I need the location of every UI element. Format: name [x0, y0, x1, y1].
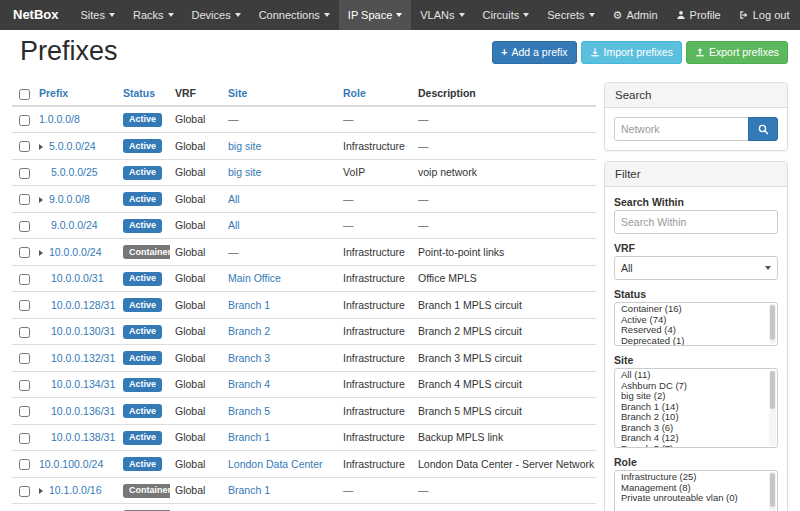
- prefix-link[interactable]: 10.1.0.0/16: [49, 484, 102, 496]
- column-header-role[interactable]: Role: [338, 82, 413, 106]
- site-link[interactable]: All: [228, 193, 240, 205]
- expand-arrow-icon[interactable]: [39, 197, 43, 203]
- listbox-option[interactable]: All (11): [615, 370, 767, 381]
- role-listbox[interactable]: Infrastructure (25)Management (8)Private…: [614, 470, 778, 511]
- row-checkbox[interactable]: [19, 327, 30, 338]
- chevron-down-icon: [396, 13, 402, 17]
- site-listbox[interactable]: All (11)Ashburn DC (7)big site (2)Branch…: [614, 368, 778, 448]
- row-checkbox[interactable]: [19, 168, 30, 179]
- site-scrollbar[interactable]: [769, 370, 776, 446]
- nav-item-secrets[interactable]: Secrets: [538, 0, 603, 30]
- nav-item-logout[interactable]: Log out: [730, 0, 799, 30]
- prefix-link[interactable]: 9.0.0.0/24: [51, 219, 98, 231]
- listbox-option[interactable]: Branch 5 (7): [615, 444, 767, 449]
- nav-item-racks[interactable]: Racks: [124, 0, 183, 30]
- prefix-row: 10.0.0.0/31ActiveGlobalMain OfficeInfras…: [12, 265, 596, 292]
- listbox-option[interactable]: Private unrouteable vlan (0): [615, 493, 767, 504]
- listbox-option[interactable]: big site (2): [615, 391, 767, 402]
- row-checkbox[interactable]: [19, 380, 30, 391]
- nav-item-connections[interactable]: Connections: [250, 0, 339, 30]
- site-link[interactable]: Branch 1: [228, 484, 270, 496]
- expand-arrow-icon[interactable]: [39, 488, 43, 494]
- column-header-site[interactable]: Site: [223, 82, 338, 106]
- prefix-link[interactable]: 10.0.0.132/31: [51, 352, 115, 364]
- listbox-option[interactable]: Active (74): [615, 315, 767, 326]
- row-checkbox[interactable]: [19, 274, 30, 285]
- nav-item-label: Circuits: [483, 0, 520, 30]
- prefix-link[interactable]: 10.0.0.136/31: [51, 405, 115, 417]
- column-header-status[interactable]: Status: [118, 82, 170, 106]
- site-link[interactable]: Branch 1: [228, 431, 270, 443]
- listbox-option[interactable]: Branch 2 (10): [615, 412, 767, 423]
- status-badge: Active: [123, 325, 162, 339]
- status-listbox[interactable]: Container (16)Active (74)Reserved (4)Dep…: [614, 302, 778, 346]
- prefix-link[interactable]: 1.0.0.0/8: [39, 113, 80, 125]
- status-scrollbar[interactable]: [769, 304, 776, 344]
- site-link[interactable]: Branch 2: [228, 325, 270, 337]
- listbox-option[interactable]: Ashburn DC (7): [615, 381, 767, 392]
- brand-logo[interactable]: NetBox: [0, 0, 72, 30]
- site-link[interactable]: big site: [228, 166, 261, 178]
- nav-item-ip-space[interactable]: IP Space: [339, 0, 411, 30]
- expand-arrow-icon[interactable]: [39, 144, 43, 150]
- site-link[interactable]: Main Office: [228, 272, 281, 284]
- nav-item-devices[interactable]: Devices: [183, 0, 250, 30]
- prefix-link[interactable]: 10.0.0.138/31: [51, 431, 115, 443]
- prefix-link[interactable]: 5.0.0.0/25: [51, 166, 98, 178]
- row-checkbox[interactable]: [19, 247, 30, 258]
- import-prefixes-button[interactable]: Import prefixes: [581, 41, 682, 64]
- row-checkbox[interactable]: [19, 194, 30, 205]
- prefix-link[interactable]: 9.0.0.0/8: [49, 193, 90, 205]
- row-checkbox[interactable]: [19, 459, 30, 470]
- prefix-link[interactable]: 10.0.100.0/24: [39, 458, 103, 470]
- export-prefixes-button[interactable]: Export prefixes: [686, 41, 788, 64]
- row-checkbox[interactable]: [19, 300, 30, 311]
- row-checkbox[interactable]: [19, 221, 30, 232]
- listbox-option[interactable]: Deprecated (1): [615, 336, 767, 347]
- listbox-option[interactable]: Management (8): [615, 483, 767, 494]
- prefix-link[interactable]: 10.0.0.130/31: [51, 325, 115, 337]
- row-checkbox[interactable]: [19, 115, 30, 126]
- listbox-option[interactable]: Reserved (4): [615, 325, 767, 336]
- prefix-link[interactable]: 10.0.0.128/31: [51, 299, 115, 311]
- site-link[interactable]: big site: [228, 140, 261, 152]
- site-link[interactable]: Branch 1: [228, 299, 270, 311]
- listbox-option[interactable]: Infrastructure (25): [615, 472, 767, 483]
- nav-item-sites[interactable]: Sites: [72, 0, 124, 30]
- vrf-select[interactable]: All: [614, 256, 778, 280]
- prefix-link[interactable]: 10.0.0.0/24: [49, 246, 102, 258]
- listbox-option[interactable]: Branch 3 (6): [615, 423, 767, 434]
- add-prefix-button[interactable]: + Add a prefix: [492, 41, 576, 64]
- role-scrollbar[interactable]: [769, 472, 776, 511]
- search-button[interactable]: [748, 117, 778, 141]
- listbox-option[interactable]: Branch 1 (14): [615, 402, 767, 413]
- role-cell: Infrastructure: [338, 451, 413, 478]
- site-link[interactable]: London Data Center: [228, 458, 323, 470]
- row-checkbox[interactable]: [19, 141, 30, 152]
- row-checkbox[interactable]: [19, 433, 30, 444]
- listbox-option[interactable]: Branch 4 (12): [615, 433, 767, 444]
- prefix-link[interactable]: 10.0.0.134/31: [51, 378, 115, 390]
- site-cell: Branch 3: [223, 345, 338, 372]
- role-cell: —: [338, 212, 413, 239]
- expand-arrow-icon[interactable]: [39, 250, 43, 256]
- column-header-prefix[interactable]: Prefix: [34, 82, 118, 106]
- listbox-option[interactable]: Container (16): [615, 304, 767, 315]
- nav-item-admin[interactable]: ⚙ Admin: [604, 0, 667, 30]
- search-input[interactable]: [614, 117, 749, 141]
- site-cell: All: [223, 212, 338, 239]
- site-link[interactable]: Branch 3: [228, 352, 270, 364]
- search-within-input[interactable]: [614, 210, 778, 234]
- select-all-checkbox[interactable]: [19, 89, 30, 100]
- nav-item-circuits[interactable]: Circuits: [474, 0, 539, 30]
- site-link[interactable]: Branch 4: [228, 378, 270, 390]
- site-link[interactable]: All: [228, 219, 240, 231]
- row-checkbox[interactable]: [19, 406, 30, 417]
- row-checkbox[interactable]: [19, 486, 30, 497]
- row-checkbox[interactable]: [19, 353, 30, 364]
- site-link[interactable]: Branch 5: [228, 405, 270, 417]
- prefix-link[interactable]: 10.0.0.0/31: [51, 272, 104, 284]
- nav-item-profile[interactable]: Profile: [667, 0, 730, 30]
- prefix-link[interactable]: 5.0.0.0/24: [49, 140, 96, 152]
- nav-item-vlans[interactable]: VLANs: [411, 0, 473, 30]
